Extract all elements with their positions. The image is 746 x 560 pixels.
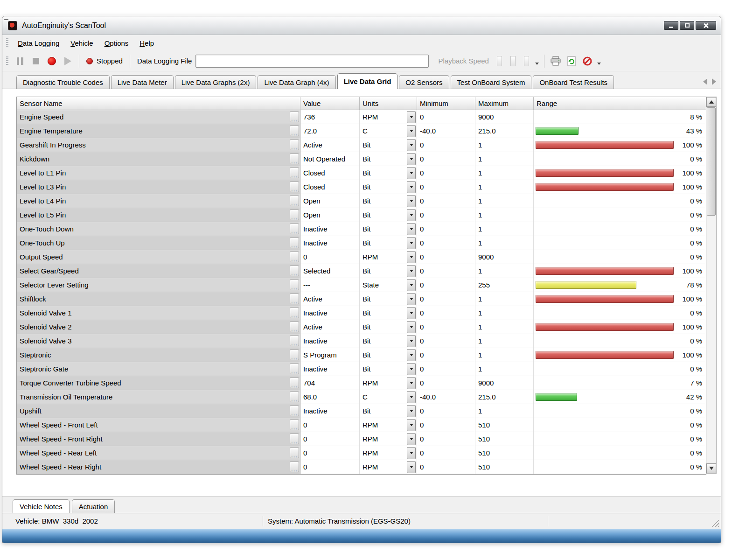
vertical-scrollbar[interactable]	[706, 97, 717, 474]
units-dropdown-button[interactable]	[407, 433, 416, 445]
units-combobox[interactable]: Bit	[360, 236, 417, 250]
sensor-options-button[interactable]: ...	[290, 266, 299, 276]
column-header-minimum[interactable]: Minimum	[417, 97, 475, 110]
units-dropdown-button[interactable]	[407, 139, 416, 151]
tab-test-onboard-system[interactable]: Test OnBoard System	[451, 75, 532, 89]
tab-diagnostic-trouble-codes[interactable]: Diagnostic Trouble Codes	[16, 75, 110, 89]
tab-live-data-grid[interactable]: Live Data Grid	[337, 73, 398, 89]
sensor-name-cell[interactable]: Shiftlock ...	[17, 292, 300, 306]
sensor-options-button[interactable]: ...	[290, 224, 299, 234]
sensor-name-cell[interactable]: Wheel Speed - Front Left ...	[17, 418, 300, 432]
sensor-name-cell[interactable]: Kickdown ...	[17, 152, 300, 166]
units-dropdown-button[interactable]	[407, 419, 416, 431]
units-dropdown-button[interactable]	[407, 447, 416, 459]
units-combobox[interactable]: Bit	[360, 362, 417, 376]
sensor-name-cell[interactable]: Level to L5 Pin ...	[17, 208, 300, 222]
column-header-range[interactable]: Range	[534, 97, 706, 110]
sensor-name-cell[interactable]: Level to L1 Pin ...	[17, 166, 300, 180]
sensor-options-button[interactable]: ...	[290, 196, 299, 206]
units-combobox[interactable]: RPM	[360, 446, 417, 460]
column-header-maximum[interactable]: Maximum	[475, 97, 534, 110]
sensor-name-cell[interactable]: Transmission Oil Temperature ...	[17, 390, 300, 404]
tab-live-data-graphs-2x[interactable]: Live Data Graphs (2x)	[175, 75, 257, 89]
sensor-name-cell[interactable]: Solenoid Valve 2 ...	[17, 320, 300, 334]
tab-live-data-meter[interactable]: Live Data Meter	[111, 75, 174, 89]
sensor-options-button[interactable]: ...	[290, 336, 299, 346]
sensor-name-cell[interactable]: Steptronic Gate ...	[17, 362, 300, 376]
pause-button[interactable]	[12, 54, 28, 68]
sensor-options-button[interactable]: ...	[290, 308, 299, 318]
units-dropdown-button[interactable]	[407, 461, 416, 473]
tab-live-data-graph-4x[interactable]: Live Data Graph (4x)	[258, 75, 335, 89]
units-dropdown-button[interactable]	[407, 363, 416, 375]
units-dropdown-button[interactable]	[407, 279, 416, 291]
menu-help[interactable]: Help	[134, 37, 160, 49]
units-dropdown-button[interactable]	[407, 321, 416, 333]
sensor-name-cell[interactable]: Engine Temperature ...	[17, 124, 300, 138]
print-button[interactable]	[548, 54, 564, 68]
units-combobox[interactable]: RPM	[360, 250, 417, 264]
sensor-options-button[interactable]: ...	[290, 364, 299, 374]
units-dropdown-button[interactable]	[407, 181, 416, 193]
sensor-name-cell[interactable]: Select Gear/Speed ...	[17, 264, 300, 278]
sensor-options-button[interactable]: ...	[290, 154, 299, 164]
sensor-options-button[interactable]: ...	[290, 392, 299, 402]
playback-speed-selector[interactable]	[524, 56, 529, 66]
sensor-name-cell[interactable]: Upshift ...	[17, 404, 300, 418]
units-combobox[interactable]: C	[360, 390, 417, 404]
sensor-options-button[interactable]: ...	[290, 140, 299, 150]
units-dropdown-button[interactable]	[407, 265, 416, 277]
sensor-options-button[interactable]: ...	[290, 350, 299, 360]
menu-data-logging[interactable]: Data Logging	[12, 37, 65, 49]
bottom-tab-vehicle-notes[interactable]: Vehicle Notes	[13, 499, 70, 513]
scroll-down-button[interactable]	[706, 463, 716, 473]
sensor-name-cell[interactable]: Torque Converter Turbine Speed ...	[17, 376, 300, 390]
sensor-name-cell[interactable]: Wheel Speed - Rear Left ...	[17, 446, 300, 460]
units-dropdown-button[interactable]	[407, 195, 416, 207]
sensor-name-cell[interactable]: Wheel Speed - Rear Right ...	[17, 460, 300, 474]
export-refresh-button[interactable]	[564, 54, 579, 68]
units-combobox[interactable]: RPM	[360, 432, 417, 446]
sensor-options-button[interactable]: ...	[290, 112, 299, 122]
units-combobox[interactable]: Bit	[360, 208, 417, 222]
sensor-options-button[interactable]: ...	[290, 182, 299, 192]
sensor-name-cell[interactable]: Wheel Speed - Front Right ...	[17, 432, 300, 446]
menu-options[interactable]: Options	[99, 37, 134, 49]
sensor-name-cell[interactable]: Level to L4 Pin ...	[17, 194, 300, 208]
sensor-options-button[interactable]: ...	[290, 378, 299, 388]
units-combobox[interactable]: Bit	[360, 292, 417, 306]
sensor-options-button[interactable]: ...	[290, 252, 299, 262]
units-dropdown-button[interactable]	[407, 111, 416, 123]
sensor-options-button[interactable]: ...	[290, 448, 299, 458]
sensor-options-button[interactable]: ...	[290, 126, 299, 136]
units-dropdown-button[interactable]	[407, 125, 416, 137]
sensor-name-cell[interactable]: Engine Speed ...	[17, 110, 300, 124]
units-combobox[interactable]: Bit	[360, 222, 417, 236]
sensor-options-button[interactable]: ...	[290, 420, 299, 430]
units-dropdown-button[interactable]	[407, 251, 416, 263]
scroll-up-button[interactable]	[706, 97, 716, 107]
tab-scroll-left-button[interactable]	[703, 78, 707, 85]
sensor-name-cell[interactable]: Solenoid Valve 3 ...	[17, 334, 300, 348]
units-dropdown-button[interactable]	[407, 377, 416, 389]
units-combobox[interactable]: RPM	[360, 418, 417, 432]
sensor-name-cell[interactable]: Level to L3 Pin ...	[17, 180, 300, 194]
data-logging-file-input[interactable]	[195, 55, 429, 68]
units-combobox[interactable]: Bit	[360, 138, 417, 152]
tab-onboard-test-results[interactable]: OnBoard Test Results	[533, 75, 614, 89]
sensor-options-button[interactable]: ...	[290, 210, 299, 220]
units-combobox[interactable]: C	[360, 124, 417, 138]
sensor-name-cell[interactable]: Output Speed ...	[17, 250, 300, 264]
close-button[interactable]	[696, 21, 716, 30]
minimize-button[interactable]	[664, 21, 678, 30]
sensor-name-cell[interactable]: Gearshift In Progress ...	[17, 138, 300, 152]
units-dropdown-button[interactable]	[407, 237, 416, 249]
units-combobox[interactable]: Bit	[360, 334, 417, 348]
sensor-options-button[interactable]: ...	[290, 322, 299, 332]
resize-grip[interactable]	[712, 520, 719, 527]
sensor-options-button[interactable]: ...	[290, 406, 299, 416]
units-combobox[interactable]: RPM	[360, 460, 417, 474]
sensor-options-button[interactable]: ...	[290, 168, 299, 178]
units-combobox[interactable]: State	[360, 278, 417, 292]
units-combobox[interactable]: Bit	[360, 404, 417, 418]
